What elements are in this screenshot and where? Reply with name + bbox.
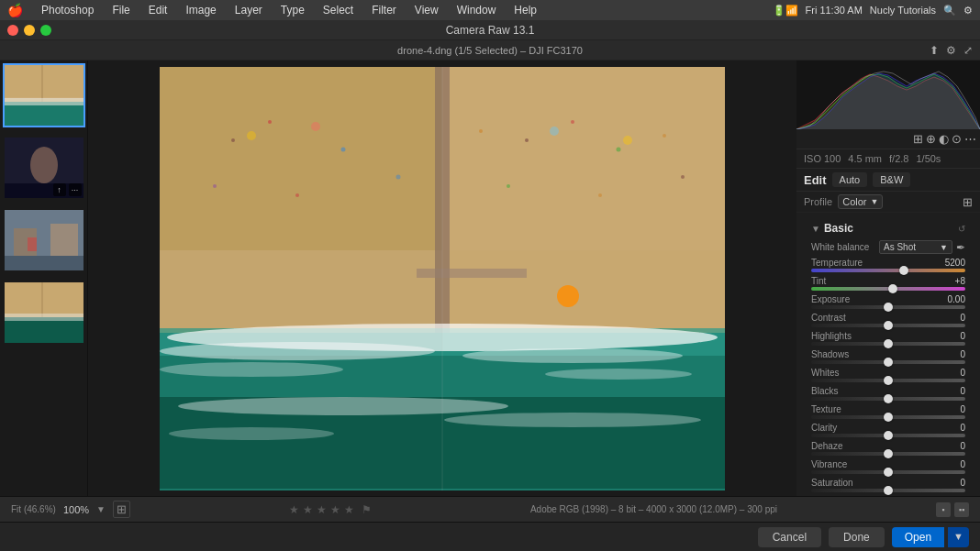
slider-thumb-6[interactable] [884,413,893,422]
window-title: Camera Raw 13.1 [446,24,535,37]
star-2[interactable]: ★ [303,503,313,516]
star-3[interactable]: ★ [317,503,327,516]
slider-track-10[interactable] [811,489,965,492]
slider-track-7[interactable] [811,434,965,437]
single-view-icon[interactable]: ▪ [936,502,951,517]
slider-thumb-10[interactable] [884,486,893,495]
slider-row-whites: Whites 0 [804,366,973,384]
filmstrip-thumb-2[interactable]: ↑ ··· [3,136,85,200]
slider-track-4[interactable] [811,379,965,382]
panel-tool-3[interactable]: ◐ [939,132,949,146]
panel-tool-2[interactable]: ⊕ [926,132,936,146]
maximize-button[interactable] [40,25,51,36]
slider-thumb-0[interactable] [884,303,893,312]
menu-edit[interactable]: Edit [145,2,172,18]
slider-track-3[interactable] [811,360,965,364]
menu-filter[interactable]: Filter [368,2,400,18]
basic-section-header[interactable]: ▼ Basic ↺ [804,218,973,238]
panel-tool-4[interactable]: ⊙ [952,132,962,146]
slider-track-1[interactable] [811,324,965,327]
done-button[interactable]: Done [829,527,885,547]
profile-dropdown[interactable]: Color ▼ [838,194,883,209]
wb-dropdown[interactable]: As Shot ▼ [879,240,952,254]
panel-tool-1[interactable]: ⊞ [913,132,923,146]
svg-point-51 [557,285,579,307]
menu-bar-tutorial[interactable]: Nucly Tutorials [870,5,936,16]
menu-select[interactable]: Select [319,2,357,18]
open-arrow-dropdown[interactable]: ▼ [948,527,969,547]
filmstrip-thumb-4[interactable] [3,281,85,345]
slider-track-2[interactable] [811,342,965,346]
share-icon[interactable]: ⬆ [930,44,939,57]
slider-val-9: 0 [960,459,965,469]
slider-thumb-7[interactable] [884,431,893,440]
menu-image[interactable]: Image [182,2,219,18]
expand-icon[interactable]: ⤢ [963,44,973,57]
filmstrip-thumb-1[interactable] [3,63,85,127]
slider-thumb-9[interactable] [884,468,893,477]
compare-view-icon[interactable]: ▪▪ [954,502,969,517]
zoom-dropdown[interactable]: ▼ [96,504,106,514]
auto-button[interactable]: Auto [832,172,868,187]
thumb-svg-3 [5,210,84,270]
menu-window[interactable]: Window [453,2,500,18]
edit-row: Edit Auto B&W [796,169,980,192]
settings-icon[interactable]: ⚙ [946,44,956,57]
zoom-icon[interactable]: ⊞ [113,501,130,518]
histogram-chart [796,61,980,129]
bw-button[interactable]: B&W [873,172,910,187]
search-icon[interactable]: 🔍 [943,5,956,17]
menu-file[interactable]: File [108,2,133,18]
file-info: Adobe RGB (1998) – 8 bit – 4000 x 3000 (… [530,504,777,514]
fit-label: Fit (46.6%) [11,504,56,514]
menu-type[interactable]: Type [277,2,308,18]
menu-layer[interactable]: Layer [231,2,266,18]
eyedropper-icon[interactable]: ✒ [956,241,965,254]
open-button-group: Open ▼ [892,527,969,547]
slider-thumb-5[interactable] [884,394,893,403]
tint-thumb[interactable] [888,284,897,293]
close-button[interactable] [7,25,18,36]
slider-track-9[interactable] [811,470,965,474]
slider-row-shadows: Shadows 0 [804,347,973,366]
slider-thumb-4[interactable] [884,376,893,385]
svg-point-46 [681,175,685,179]
flag-icon[interactable]: ⚑ [362,503,372,516]
slider-row-saturation: Saturation 0 [804,476,973,494]
minimize-button[interactable] [24,25,35,36]
svg-rect-11 [5,256,84,270]
temperature-track[interactable] [811,269,965,272]
control-icon[interactable]: ⚙ [963,5,973,17]
star-5[interactable]: ★ [344,503,354,516]
slider-thumb-2[interactable] [884,339,893,348]
panel-tool-5[interactable]: ⋯ [964,132,976,146]
slider-track-0[interactable] [811,305,965,309]
tint-track[interactable] [811,287,965,291]
slider-thumb-8[interactable] [884,449,893,458]
cancel-button[interactable]: Cancel [758,527,821,547]
menu-view[interactable]: View [411,2,442,18]
svg-point-6 [30,147,58,183]
apple-menu[interactable]: 🍎 [7,3,23,17]
temperature-thumb[interactable] [899,266,908,275]
svg-point-39 [617,147,621,151]
svg-rect-53 [160,67,442,490]
star-rating: ★ ★ ★ ★ ★ ⚑ [289,503,372,516]
star-4[interactable]: ★ [330,503,340,516]
star-1[interactable]: ★ [289,503,299,516]
app-name[interactable]: Photoshop [38,2,97,18]
slider-track-8[interactable] [811,452,965,456]
slider-track-5[interactable] [811,397,965,401]
menu-help[interactable]: Help [510,2,540,18]
profile-grid-icon[interactable]: ⊞ [963,195,973,209]
open-button[interactable]: Open [892,527,944,547]
slider-thumb-3[interactable] [884,358,893,367]
slider-track-6[interactable] [811,415,965,419]
thumb-svg-4 [5,282,84,343]
slider-thumb-1[interactable] [884,321,893,330]
thumb-image-4 [5,282,84,343]
slider-label-0: Exposure [811,294,850,304]
slider-val-4: 0 [960,368,965,378]
basic-reset[interactable]: ↺ [958,224,965,234]
filmstrip-thumb-3[interactable] [3,208,85,272]
